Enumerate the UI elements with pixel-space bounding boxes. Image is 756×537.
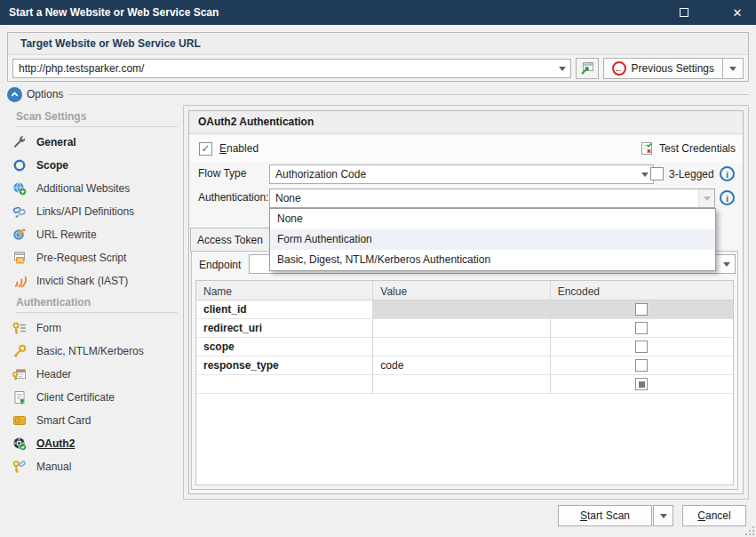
oauth2-group: OAuth2 Authentication ✓ Enabled Test Cre… xyxy=(188,110,744,494)
three-legged-control: 3-Legged xyxy=(650,167,714,180)
column-header-value[interactable]: Value xyxy=(373,281,550,300)
sidebar-item-oauth2[interactable]: OAuth2 xyxy=(7,432,181,455)
cell-encoded xyxy=(551,319,733,337)
endpoint-box: Endpoint NameValueEncodedclient_idredire… xyxy=(191,251,738,490)
header-key-icon xyxy=(12,367,27,381)
resize-grip[interactable] xyxy=(745,526,754,535)
window-green-arrow-icon xyxy=(580,61,594,76)
key-icon xyxy=(12,344,27,358)
previous-settings-button[interactable]: ← Previous Settings xyxy=(603,58,723,79)
access-token-tab[interactable]: Access Token xyxy=(190,228,270,252)
table-row[interactable]: scope xyxy=(196,338,733,357)
cell-value[interactable]: code xyxy=(373,357,550,374)
js-script-icon: JS xyxy=(12,251,27,265)
previous-settings-splitbutton: ← Previous Settings xyxy=(603,58,744,79)
cell-name[interactable]: client_id xyxy=(196,301,373,318)
sidebar-item-label: Form xyxy=(36,322,61,334)
cancel-button[interactable]: Cancel xyxy=(682,505,746,526)
cell-name[interactable]: response_type xyxy=(196,357,373,374)
cell-value[interactable] xyxy=(373,375,550,393)
target-url-combobox[interactable]: http://php.testsparker.com/ xyxy=(12,59,571,78)
previous-settings-dropdown-button[interactable] xyxy=(723,58,744,79)
titlebar: Start a New Website or Web Service Scan … xyxy=(0,0,756,25)
sidebar-item-header[interactable]: Header xyxy=(7,363,181,386)
authentication-value: None xyxy=(270,192,698,204)
column-header-name[interactable]: Name xyxy=(196,281,373,300)
smart-card-icon xyxy=(12,413,27,428)
authentication-row: Authentication: None i xyxy=(189,187,743,210)
enabled-checkbox[interactable]: ✓ xyxy=(199,142,212,156)
options-toggle-row: Options xyxy=(7,85,749,103)
table-row[interactable] xyxy=(196,375,733,394)
scan-dialog: Start a New Website or Web Service Scan … xyxy=(0,0,756,537)
start-scan-dropdown-button[interactable] xyxy=(653,505,673,526)
cell-name[interactable]: redirect_uri xyxy=(196,319,373,337)
sidebar-item-label: URL Rewrite xyxy=(36,228,97,241)
sidebar-item-general[interactable]: General xyxy=(7,131,181,154)
target-url-group: Target Website or Web Service URL http:/… xyxy=(7,32,749,82)
table-header-row: NameValueEncoded xyxy=(196,281,733,301)
sidebar-item-form[interactable]: Form xyxy=(7,317,181,340)
cell-value[interactable] xyxy=(373,338,550,356)
options-label[interactable]: Options xyxy=(27,88,63,100)
sidebar-section-divider xyxy=(16,312,178,313)
sidebar: Scan SettingsGeneralScopeAdditional Webs… xyxy=(7,107,181,478)
cell-name[interactable] xyxy=(196,375,373,393)
chevron-down-icon[interactable] xyxy=(719,255,735,273)
sidebar-item-url-rewrite[interactable]: URL Rewrite xyxy=(7,223,181,246)
info-icon[interactable]: i xyxy=(720,166,735,181)
test-credentials-button[interactable]: Test Credentials xyxy=(640,135,736,162)
sidebar-item-links-api-definitions[interactable]: Links/API Definitions xyxy=(7,200,181,223)
three-legged-checkbox[interactable] xyxy=(650,167,664,180)
close-button[interactable]: ✕ xyxy=(722,0,752,25)
chevron-down-icon[interactable] xyxy=(554,60,570,77)
three-legged-label: 3-Legged xyxy=(669,168,714,180)
cell-name[interactable]: scope xyxy=(196,338,373,356)
table-row[interactable]: redirect_uri xyxy=(196,319,733,338)
dropdown-option-none[interactable]: None xyxy=(270,209,715,229)
window-title: Start a New Website or Web Service Scan xyxy=(0,6,669,19)
dropdown-option-form-authentication[interactable]: Form Authentication xyxy=(270,229,715,250)
encoded-checkbox[interactable] xyxy=(635,378,648,390)
column-header-encoded[interactable]: Encoded xyxy=(551,281,733,300)
sidebar-item-label: Links/API Definitions xyxy=(36,205,134,218)
sidebar-item-client-certificate[interactable]: Client Certificate xyxy=(7,386,181,409)
blue-circle-chevron-up-icon[interactable] xyxy=(7,87,22,102)
target-url-value: http://php.testsparker.com/ xyxy=(13,62,554,75)
dropdown-option-basic-digest-ntlm-kerberos-authentication[interactable]: Basic, Digest, NTLM/Kerberos Authenticat… xyxy=(270,250,715,270)
cell-encoded xyxy=(551,338,733,356)
sidebar-item-pre-request-script[interactable]: JSPre-Request Script xyxy=(7,246,181,269)
info-icon[interactable]: i xyxy=(720,190,735,205)
svg-text:JS: JS xyxy=(17,258,23,263)
sidebar-item-label: Header xyxy=(36,368,71,381)
sidebar-item-label: Invicti Shark (IAST) xyxy=(36,275,128,287)
parameters-table: NameValueEncodedclient_idredirect_urisco… xyxy=(195,280,734,485)
encoded-checkbox[interactable] xyxy=(635,303,648,316)
cell-value[interactable] xyxy=(373,319,550,337)
authentication-combobox[interactable]: None xyxy=(269,188,715,208)
sidebar-item-basic-ntlm-kerberos[interactable]: Basic, NTLM/Kerberos xyxy=(7,340,181,363)
flow-type-combobox[interactable]: Authorization Code xyxy=(269,164,654,184)
open-in-browser-button[interactable] xyxy=(576,58,599,79)
sidebar-item-invicti-shark-iast-[interactable]: Invicti Shark (IAST) xyxy=(7,269,181,293)
encoded-checkbox[interactable] xyxy=(635,322,648,334)
flow-type-row: Flow Type Authorization Code 3-Legged i xyxy=(189,163,743,186)
cell-value[interactable] xyxy=(373,301,550,318)
sidebar-item-manual[interactable]: Manual xyxy=(7,455,181,478)
endpoint-label: Endpoint xyxy=(199,259,241,271)
links-icon xyxy=(12,204,27,219)
flow-type-label: Flow Type xyxy=(198,167,246,180)
sidebar-item-label: Client Certificate xyxy=(36,391,115,404)
sidebar-item-scope[interactable]: Scope xyxy=(7,154,181,177)
encoded-checkbox[interactable] xyxy=(635,359,648,372)
table-row[interactable]: response_typecode xyxy=(196,357,733,375)
chevron-down-icon[interactable] xyxy=(698,189,714,207)
sidebar-item-smart-card[interactable]: Smart Card xyxy=(7,409,181,432)
encoded-checkbox[interactable] xyxy=(635,341,648,353)
table-row[interactable]: client_id xyxy=(196,301,733,319)
oauth2-icon xyxy=(12,437,27,451)
sidebar-section-divider xyxy=(16,126,178,127)
start-scan-button[interactable]: Start Scan xyxy=(558,505,652,526)
maximize-button[interactable] xyxy=(669,0,699,25)
sidebar-item-additional-websites[interactable]: Additional Websites xyxy=(7,177,181,200)
